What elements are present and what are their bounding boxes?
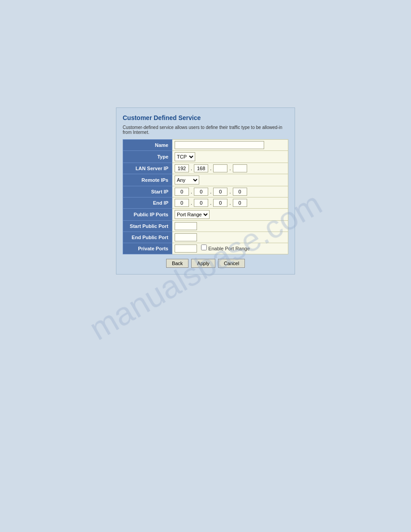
value-end-ip: . . . [172, 197, 288, 209]
label-end-public-port: End Public Port [123, 232, 172, 243]
start-ip-octet1[interactable] [175, 188, 189, 196]
cancel-button[interactable]: Cancel [218, 259, 245, 268]
label-public-ip-ports: Public IP Ports [123, 209, 172, 221]
enable-port-range-checkbox[interactable] [201, 245, 207, 250]
page-title: Customer Defined Service [123, 114, 288, 121]
value-name [172, 140, 288, 151]
end-public-port-input[interactable] [175, 233, 197, 241]
row-remote-ips: Remote IPs Any Single Range [123, 174, 288, 186]
label-start-public-port: Start Public Port [123, 221, 172, 232]
lan-ip-octet2[interactable] [194, 164, 208, 172]
value-end-public-port [172, 232, 288, 243]
start-ip-octet2[interactable] [194, 188, 208, 196]
remote-ips-select[interactable]: Any Single Range [175, 176, 199, 184]
value-type: TCP UDP Both [172, 151, 288, 163]
end-ip-octet2[interactable] [194, 199, 208, 207]
end-ip-octet4[interactable] [233, 199, 247, 207]
type-select[interactable]: TCP UDP Both [175, 152, 195, 161]
description: Customer-defined service allows users to… [123, 125, 288, 135]
start-ip-sep-3: . [229, 189, 231, 194]
public-ip-ports-select[interactable]: Port Range Any Single [175, 210, 210, 219]
end-ip-sep-1: . [190, 200, 193, 206]
row-start-public-port: Start Public Port [123, 221, 288, 232]
row-end-ip: End IP . . . [123, 197, 288, 209]
label-type: Type [123, 151, 172, 163]
row-private-ports: Private Ports Enable Port Range [123, 243, 288, 254]
value-start-public-port [172, 221, 288, 232]
start-ip-octet3[interactable] [213, 188, 227, 196]
value-lan-server-ip: . . . [172, 163, 288, 174]
label-end-ip: End IP [123, 197, 172, 209]
form-container: Customer Defined Service Customer-define… [116, 107, 295, 275]
value-remote-ips: Any Single Range [172, 174, 288, 186]
start-public-port-input[interactable] [175, 222, 197, 230]
lan-ip-octet1[interactable] [175, 164, 189, 172]
row-end-public-port: End Public Port [123, 232, 288, 243]
enable-port-range-label: Enable Port Range [208, 246, 250, 251]
start-ip-sep-1: . [190, 189, 193, 194]
row-public-ip-ports: Public IP Ports Port Range Any Single [123, 209, 288, 221]
back-button[interactable]: Back [166, 259, 188, 268]
value-start-ip: . . . [172, 186, 288, 197]
form-table: Name Type TCP UDP Both LAN Server IP [123, 139, 288, 254]
value-private-ports: Enable Port Range [172, 243, 288, 254]
private-ports-input[interactable] [175, 245, 197, 253]
row-type: Type TCP UDP Both [123, 151, 288, 163]
ip-sep-3: . [229, 166, 231, 171]
start-ip-sep-2: . [210, 189, 212, 194]
apply-button[interactable]: Apply [191, 259, 215, 268]
row-name: Name [123, 140, 288, 151]
end-ip-sep-2: . [210, 200, 212, 206]
buttons-row: Back Apply Cancel [123, 259, 288, 268]
end-ip-octet3[interactable] [213, 199, 227, 207]
row-start-ip: Start IP . . . [123, 186, 288, 197]
end-ip-sep-3: . [229, 200, 231, 206]
label-start-ip: Start IP [123, 186, 172, 197]
lan-ip-octet4[interactable] [233, 164, 247, 172]
label-private-ports: Private Ports [123, 243, 172, 254]
value-public-ip-ports: Port Range Any Single [172, 209, 288, 221]
ip-sep-2: . [210, 166, 212, 171]
row-lan-server-ip: LAN Server IP . . . [123, 163, 288, 174]
name-input[interactable] [175, 141, 264, 149]
label-lan-server-ip: LAN Server IP [123, 163, 172, 174]
label-remote-ips: Remote IPs [123, 174, 172, 186]
start-ip-octet4[interactable] [233, 188, 247, 196]
lan-ip-octet3[interactable] [213, 164, 227, 172]
label-name: Name [123, 140, 172, 151]
end-ip-octet1[interactable] [175, 199, 189, 207]
ip-sep-1: . [190, 166, 193, 171]
